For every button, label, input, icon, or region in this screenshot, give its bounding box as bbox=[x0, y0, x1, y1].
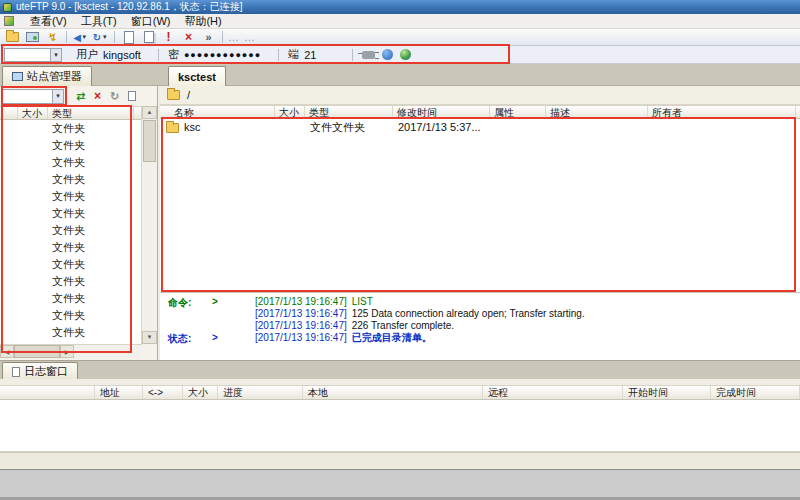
site-list-item[interactable]: 文件夹 bbox=[0, 171, 142, 188]
title-bar[interactable]: uteFTP 9.0 - [ksctest - 120.92.86.1，状态：已… bbox=[0, 0, 800, 14]
site-list-item[interactable]: 文件夹 bbox=[0, 290, 142, 307]
site-list-item[interactable]: 文件夹 bbox=[0, 154, 142, 171]
column-header[interactable]: 大小 bbox=[18, 107, 48, 119]
blue-circle-icon bbox=[382, 49, 393, 60]
menu-items: 查看(V)工具(T)窗口(W)帮助(H) bbox=[23, 14, 229, 29]
queue-header: 地址<->大小进度本地远程开始时间完成时间 bbox=[0, 385, 800, 400]
menu-item[interactable]: 查看(V) bbox=[23, 14, 74, 29]
delete-button[interactable]: × bbox=[180, 30, 197, 45]
column-header[interactable]: 远程 bbox=[483, 386, 623, 399]
column-header[interactable]: 修改时间 bbox=[393, 106, 490, 118]
delete-site-button[interactable]: × bbox=[89, 89, 106, 104]
more-tools-button[interactable]: » bbox=[200, 30, 217, 45]
column-header[interactable]: 大小 bbox=[183, 386, 218, 399]
scroll-down-icon[interactable]: ▼ bbox=[142, 331, 157, 344]
site-list-item[interactable]: 文件夹 bbox=[0, 188, 142, 205]
log-window-tab[interactable]: 日志窗口 bbox=[2, 362, 78, 380]
scrollbar-thumb[interactable] bbox=[143, 120, 156, 162]
site-list-item[interactable]: 文件夹 bbox=[0, 137, 142, 154]
chevron-down-icon[interactable]: ▾ bbox=[52, 90, 63, 103]
column-header[interactable] bbox=[0, 386, 95, 399]
page-icon bbox=[128, 91, 136, 101]
refresh-icon: ↻ bbox=[110, 90, 119, 103]
copy-button[interactable] bbox=[140, 30, 157, 45]
site-manager-tab[interactable]: 站点管理器 bbox=[2, 66, 92, 86]
column-header[interactable]: 描述 bbox=[546, 106, 648, 118]
scrollbar-thumb[interactable] bbox=[14, 345, 60, 358]
log-lines: [2017/1/13 19:16:47]LIST[2017/1/13 19:16… bbox=[255, 296, 585, 344]
port-input[interactable]: 21 bbox=[304, 49, 316, 61]
quick-connect-button[interactable]: ↯ bbox=[44, 30, 61, 45]
chevron-down-icon[interactable]: ▾ bbox=[101, 33, 108, 41]
window-title: uteFTP 9.0 - [ksctest - 120.92.86.1，状态：已… bbox=[16, 0, 243, 14]
refresh-button[interactable]: ↻▾ bbox=[92, 30, 109, 45]
column-header[interactable]: 进度 bbox=[218, 386, 303, 399]
menu-item[interactable]: 窗口(W) bbox=[124, 14, 178, 29]
chevron-down-icon[interactable]: ▾ bbox=[81, 33, 88, 41]
scroll-left-icon[interactable]: ◀ bbox=[0, 345, 14, 358]
horizontal-scrollbar[interactable]: ◀ ▶ bbox=[0, 344, 142, 358]
mdi-child-icon[interactable] bbox=[4, 16, 14, 26]
folder-icon bbox=[167, 90, 180, 100]
column-header[interactable]: 类型 bbox=[305, 106, 393, 118]
column-header[interactable]: 名称 bbox=[160, 106, 275, 118]
column-header[interactable]: 属性 bbox=[490, 106, 546, 118]
site-list-item[interactable]: 文件夹 bbox=[0, 273, 142, 290]
refresh-icon: ↻ bbox=[93, 32, 101, 43]
site-manager-panel: ▾ ⇄ × ↻ 大小类型 文件夹文件夹文件夹文件夹文件夹文件夹文件夹文件夹文件夹… bbox=[0, 86, 158, 360]
column-header[interactable]: 类型 bbox=[48, 107, 134, 119]
column-header[interactable]: 完成时间 bbox=[711, 386, 800, 399]
site-list-item[interactable]: 文件夹 bbox=[0, 307, 142, 324]
site-list-item[interactable]: 文件夹 bbox=[0, 256, 142, 273]
log-text: 226 Transfer complete. bbox=[352, 320, 454, 331]
separator bbox=[158, 49, 159, 61]
connect-button[interactable] bbox=[24, 30, 41, 45]
screen: uteFTP 9.0 - [ksctest - 120.92.86.1，状态：已… bbox=[0, 0, 800, 500]
host-address-combo[interactable]: ▾ bbox=[4, 48, 62, 62]
menu-item[interactable]: 工具(T) bbox=[74, 14, 124, 29]
site-filter-combo[interactable]: ▾ bbox=[2, 89, 64, 104]
transfer-button[interactable]: ⇄ bbox=[72, 89, 89, 104]
log-text: LIST bbox=[352, 296, 373, 307]
column-header[interactable]: 大小 bbox=[275, 106, 305, 118]
remote-file-row[interactable]: ksc文件文件夹2017/1/13 5:37... bbox=[160, 119, 800, 136]
column-header[interactable]: <-> bbox=[143, 386, 183, 399]
column-header[interactable]: 本地 bbox=[303, 386, 483, 399]
site-list-item[interactable]: 文件夹 bbox=[0, 222, 142, 239]
remote-browser-panel: / 名称大小类型修改时间属性描述所有者 ksc文件文件夹2017/1/13 5:… bbox=[160, 86, 800, 292]
folder-icon bbox=[166, 123, 179, 133]
refresh-sites-button[interactable]: ↻ bbox=[106, 89, 123, 104]
menu-item[interactable]: 帮助(H) bbox=[177, 14, 228, 29]
remote-tab-ksctest[interactable]: ksctest bbox=[168, 66, 226, 86]
site-list-item[interactable]: 文件夹 bbox=[0, 239, 142, 256]
back-button[interactable]: ◀▾ bbox=[72, 30, 89, 45]
column-header[interactable]: 所有者 bbox=[648, 106, 796, 118]
open-in-browser-button[interactable] bbox=[400, 49, 411, 60]
queue-list[interactable] bbox=[0, 400, 800, 452]
user-input[interactable]: kingsoft bbox=[103, 49, 141, 61]
view-file-button[interactable] bbox=[120, 30, 137, 45]
command-label: 命令: bbox=[168, 296, 191, 310]
chevron-down-icon[interactable]: ▾ bbox=[50, 49, 61, 61]
connect-plug-button[interactable] bbox=[362, 51, 375, 59]
site-list-item[interactable]: 文件夹 bbox=[0, 205, 142, 222]
stop-button[interactable] bbox=[382, 49, 393, 60]
site-list-item[interactable]: 文件夹 bbox=[0, 324, 142, 341]
stop-transfer-button[interactable]: ! bbox=[160, 30, 177, 45]
log-line: [2017/1/13 19:16:47]125 Data connection … bbox=[255, 308, 585, 320]
scroll-right-icon[interactable]: ▶ bbox=[60, 345, 74, 358]
log-panel: 命令: > 状态: > [2017/1/13 19:16:47]LIST[201… bbox=[160, 292, 800, 360]
column-header[interactable] bbox=[0, 107, 18, 119]
password-input[interactable]: ●●●●●●●●●●●● bbox=[184, 50, 261, 60]
lightning-icon: ↯ bbox=[48, 31, 57, 44]
quick-connect-bar: ▾ 用户 kingsoft 密 ●●●●●●●●●●●● 端 21 bbox=[0, 46, 800, 64]
column-header[interactable]: 开始时间 bbox=[623, 386, 711, 399]
vertical-scrollbar[interactable]: ▲ ▼ bbox=[141, 106, 157, 344]
site-list-item[interactable]: 文件夹 bbox=[0, 120, 142, 137]
column-header[interactable]: 地址 bbox=[95, 386, 143, 399]
current-path[interactable]: / bbox=[187, 89, 190, 101]
site-properties-button[interactable] bbox=[123, 89, 140, 104]
scroll-up-icon[interactable]: ▲ bbox=[142, 106, 157, 119]
file-cell bbox=[490, 119, 546, 136]
new-site-button[interactable] bbox=[4, 30, 21, 45]
